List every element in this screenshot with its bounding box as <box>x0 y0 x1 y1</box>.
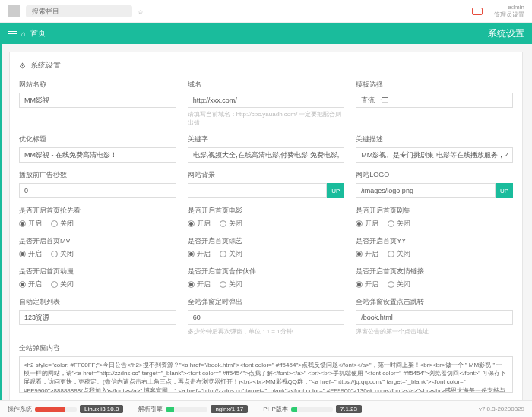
input-domain[interactable] <box>188 93 345 108</box>
input-ad-seconds[interactable] <box>19 183 176 198</box>
settings-panel: ⚙ 系统设置 网站名称 域名 请填写当前域名：http://cbc.yauadh… <box>9 52 523 417</box>
label-domain: 域名 <box>188 80 345 90</box>
footer-disk-sys: Linux i3.10.0 <box>80 405 123 413</box>
radio-anime-on[interactable]: 开启 <box>19 280 42 289</box>
label-custom-list: 自动定制列表 <box>19 297 176 307</box>
input-description[interactable] <box>356 147 513 163</box>
label-description: 关键描述 <box>356 134 513 144</box>
radio-movie-on[interactable]: 开启 <box>188 219 211 229</box>
footer-parse-sys: nginx/1.17 <box>211 405 248 413</box>
radio-mv-on[interactable]: 开启 <box>19 249 42 259</box>
radio-partner-off[interactable]: 关闭 <box>220 280 242 289</box>
footer-php-sys: 7.1.23 <box>336 405 362 413</box>
input-bg[interactable] <box>188 183 328 198</box>
radio-mv-off[interactable]: 关闭 <box>51 249 74 259</box>
user-info[interactable]: admin 管理员设置 <box>494 4 524 18</box>
footer-disk-label: 操作系统 <box>8 405 32 413</box>
footer-version: v7.0.3-20200329 <box>479 406 524 412</box>
navbar: ⌂ 首页 系统设置 <box>0 23 532 44</box>
label-toggle-movie: 是否开启首页电影 <box>188 206 345 216</box>
label-toggle-drama: 是否开启首页剧集 <box>356 206 513 216</box>
footer-php-label: PHP版本 <box>263 405 287 413</box>
menu-icon[interactable] <box>8 31 17 36</box>
label-popup-config: 全站弹窗设置点击跳转 <box>356 297 513 307</box>
label-toggle-partner: 是否开启首页合作伙伴 <box>188 267 345 276</box>
radio-drama-off[interactable]: 关闭 <box>388 219 410 229</box>
label-popup-delay: 全站弹窗定时弹出 <box>188 297 345 307</box>
footer-parse-label: 解析引擎 <box>138 405 163 413</box>
radio-drama-on[interactable]: 开启 <box>356 219 378 229</box>
input-logo[interactable] <box>356 183 496 198</box>
input-popup-delay[interactable] <box>188 310 345 325</box>
home-icon: ⌂ <box>21 30 26 38</box>
radio-recommend-on[interactable]: 开启 <box>19 219 42 229</box>
upload-logo-button[interactable]: UP <box>496 183 513 198</box>
textarea-popup-content[interactable] <box>19 356 513 393</box>
label-popup-content: 全站弹窗内容 <box>19 343 513 353</box>
footer: 操作系统 Linux i3.10.0 解析引擎 nginx/1.17 PHP版本… <box>0 400 532 417</box>
label-toggle-variety: 是否开启首页综艺 <box>188 236 345 246</box>
footer-php-bar <box>291 407 297 412</box>
radio-variety-off[interactable]: 关闭 <box>220 249 242 259</box>
label-toggle-anime: 是否开启首页动漫 <box>19 267 176 276</box>
label-bg: 网站背景 <box>188 170 345 180</box>
search-input[interactable] <box>26 5 132 17</box>
input-popup-config[interactable] <box>356 310 513 325</box>
mail-icon[interactable] <box>472 8 483 15</box>
search-icon[interactable]: ⌕ <box>138 7 143 15</box>
nav-home[interactable]: 首页 <box>30 28 46 39</box>
label-toggle-friendlink: 是否开启首页友情链接 <box>356 267 513 276</box>
radio-movie-off[interactable]: 关闭 <box>220 219 242 229</box>
input-seo-title[interactable] <box>19 147 176 163</box>
label-site-name: 网站名称 <box>19 80 176 90</box>
radio-partner-on[interactable]: 开启 <box>188 280 211 289</box>
label-seo-title: 优化标题 <box>19 134 176 144</box>
page-title: 系统设置 <box>488 27 524 40</box>
hint-domain: 请填写当前域名：http://cbc.yauadh.com/ 一定要把配合则出错 <box>188 110 345 127</box>
label-template: 模板选择 <box>356 80 513 90</box>
footer-parse-bar <box>166 407 174 412</box>
label-logo: 网站LOGO <box>356 170 513 180</box>
label-ad-seconds: 播放前广告秒数 <box>19 170 176 180</box>
label-toggle-mv: 是否开启首页MV <box>19 236 176 246</box>
gear-icon: ⚙ <box>19 62 26 70</box>
input-custom-list[interactable] <box>19 310 176 325</box>
radio-variety-on[interactable]: 开启 <box>188 249 211 259</box>
radio-friendlink-on[interactable]: 开启 <box>356 280 378 289</box>
radio-yy-off[interactable]: 关闭 <box>388 249 410 259</box>
input-template[interactable] <box>356 93 513 108</box>
input-keywords[interactable] <box>188 147 345 163</box>
topbar: ⌕ admin 管理员设置 <box>0 0 532 23</box>
panel-title: 系统设置 <box>30 60 61 71</box>
sidebar-indicator <box>0 44 2 400</box>
input-site-name[interactable] <box>19 93 176 108</box>
radio-yy-on[interactable]: 开启 <box>356 249 378 259</box>
footer-disk-bar <box>35 407 65 412</box>
label-toggle-yy: 是否开启首页YY <box>356 236 513 246</box>
radio-friendlink-off[interactable]: 关闭 <box>388 280 410 289</box>
label-toggle-recommend: 是否开启首页抢先看 <box>19 206 176 216</box>
hint-popup-config: 弹窗公告的第一个点击地址 <box>356 327 513 336</box>
radio-recommend-off[interactable]: 关闭 <box>51 219 74 229</box>
radio-anime-off[interactable]: 关闭 <box>51 280 74 289</box>
upload-bg-button[interactable]: UP <box>327 183 344 198</box>
apps-icon[interactable] <box>8 5 20 17</box>
hint-popup-delay: 多少分钟后再次弹窗，单位：1 = 1分钟 <box>188 327 345 336</box>
label-keywords: 关键字 <box>188 134 345 144</box>
